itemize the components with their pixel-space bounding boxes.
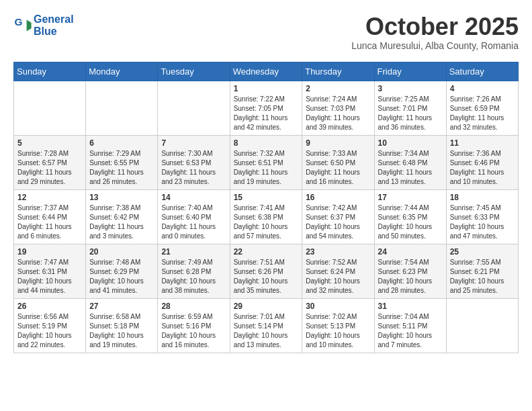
day-info: Sunrise: 7:33 AM Sunset: 6:50 PM Dayligh… — [306, 149, 370, 187]
day-info: Sunrise: 7:54 AM Sunset: 6:23 PM Dayligh… — [378, 258, 443, 295]
calendar-cell: 16Sunrise: 7:42 AM Sunset: 6:37 PM Dayli… — [302, 189, 374, 244]
day-number: 1 — [234, 84, 299, 93]
day-info: Sunrise: 7:55 AM Sunset: 6:21 PM Dayligh… — [450, 258, 515, 295]
day-info: Sunrise: 7:02 AM Sunset: 5:13 PM Dayligh… — [306, 312, 370, 350]
calendar-week-2: 5Sunrise: 7:28 AM Sunset: 6:57 PM Daylig… — [14, 135, 519, 189]
calendar-cell: 4Sunrise: 7:26 AM Sunset: 6:59 PM Daylig… — [446, 81, 518, 135]
calendar-cell — [158, 81, 230, 135]
svg-marker-1 — [27, 19, 32, 31]
calendar-cell: 8Sunrise: 7:32 AM Sunset: 6:51 PM Daylig… — [230, 135, 302, 189]
calendar-cell: 27Sunrise: 6:58 AM Sunset: 5:18 PM Dayli… — [86, 298, 158, 353]
calendar-cell — [86, 81, 158, 135]
day-info: Sunrise: 7:52 AM Sunset: 6:24 PM Dayligh… — [306, 258, 370, 295]
day-number: 16 — [306, 193, 370, 202]
calendar-cell: 6Sunrise: 7:29 AM Sunset: 6:55 PM Daylig… — [86, 135, 158, 189]
day-info: Sunrise: 7:36 AM Sunset: 6:46 PM Dayligh… — [450, 149, 515, 187]
page-header: G General Blue October 2025 Lunca Muresu… — [13, 13, 519, 51]
day-number: 17 — [378, 193, 443, 202]
day-info: Sunrise: 7:45 AM Sunset: 6:33 PM Dayligh… — [450, 203, 515, 241]
weekday-header-tuesday: Tuesday — [158, 62, 230, 81]
day-number: 20 — [89, 247, 154, 257]
day-number: 23 — [306, 247, 370, 257]
logo-text: General Blue — [34, 13, 74, 37]
day-info: Sunrise: 7:47 AM Sunset: 6:31 PM Dayligh… — [17, 258, 82, 295]
weekday-header-monday: Monday — [86, 62, 158, 81]
day-number: 24 — [378, 247, 443, 257]
weekday-header-thursday: Thursday — [302, 62, 374, 81]
day-info: Sunrise: 7:48 AM Sunset: 6:29 PM Dayligh… — [89, 258, 154, 295]
day-info: Sunrise: 7:42 AM Sunset: 6:37 PM Dayligh… — [306, 203, 370, 241]
calendar-cell: 22Sunrise: 7:51 AM Sunset: 6:26 PM Dayli… — [230, 244, 302, 298]
day-number: 3 — [378, 84, 443, 93]
day-info: Sunrise: 6:58 AM Sunset: 5:18 PM Dayligh… — [89, 312, 154, 350]
calendar-cell: 7Sunrise: 7:30 AM Sunset: 6:53 PM Daylig… — [158, 135, 230, 189]
day-info: Sunrise: 7:44 AM Sunset: 6:35 PM Dayligh… — [378, 203, 443, 241]
day-number: 29 — [234, 302, 299, 311]
day-info: Sunrise: 7:29 AM Sunset: 6:55 PM Dayligh… — [89, 149, 154, 187]
calendar-cell — [446, 298, 518, 353]
calendar-cell: 5Sunrise: 7:28 AM Sunset: 6:57 PM Daylig… — [14, 135, 86, 189]
day-number: 8 — [234, 138, 299, 148]
day-info: Sunrise: 7:37 AM Sunset: 6:44 PM Dayligh… — [17, 203, 82, 241]
day-info: Sunrise: 6:59 AM Sunset: 5:16 PM Dayligh… — [161, 312, 226, 350]
svg-text:G: G — [14, 16, 22, 28]
day-number: 31 — [378, 302, 443, 311]
calendar-cell: 9Sunrise: 7:33 AM Sunset: 6:50 PM Daylig… — [302, 135, 374, 189]
day-number: 10 — [378, 138, 443, 148]
day-number: 4 — [450, 84, 515, 93]
calendar-cell: 10Sunrise: 7:34 AM Sunset: 6:48 PM Dayli… — [374, 135, 446, 189]
day-number: 25 — [450, 247, 515, 257]
day-number: 30 — [306, 302, 370, 311]
day-number: 11 — [450, 138, 515, 148]
weekday-header-wednesday: Wednesday — [230, 62, 302, 81]
calendar-cell: 17Sunrise: 7:44 AM Sunset: 6:35 PM Dayli… — [374, 189, 446, 244]
day-info: Sunrise: 7:25 AM Sunset: 7:01 PM Dayligh… — [378, 95, 443, 132]
calendar-cell: 20Sunrise: 7:48 AM Sunset: 6:29 PM Dayli… — [86, 244, 158, 298]
day-number: 15 — [234, 193, 299, 202]
day-number: 19 — [17, 247, 82, 257]
day-number: 5 — [17, 138, 82, 148]
day-number: 22 — [234, 247, 299, 257]
calendar-cell: 31Sunrise: 7:04 AM Sunset: 5:11 PM Dayli… — [374, 298, 446, 353]
day-number: 9 — [306, 138, 370, 148]
calendar-week-3: 12Sunrise: 7:37 AM Sunset: 6:44 PM Dayli… — [14, 189, 519, 244]
calendar-cell: 14Sunrise: 7:40 AM Sunset: 6:40 PM Dayli… — [158, 189, 230, 244]
calendar-table: SundayMondayTuesdayWednesdayThursdayFrid… — [13, 62, 519, 353]
calendar-week-4: 19Sunrise: 7:47 AM Sunset: 6:31 PM Dayli… — [14, 244, 519, 298]
day-info: Sunrise: 7:32 AM Sunset: 6:51 PM Dayligh… — [234, 149, 299, 187]
day-number: 27 — [89, 302, 154, 311]
calendar-cell: 13Sunrise: 7:38 AM Sunset: 6:42 PM Dayli… — [86, 189, 158, 244]
calendar-cell: 29Sunrise: 7:01 AM Sunset: 5:14 PM Dayli… — [230, 298, 302, 353]
day-info: Sunrise: 6:56 AM Sunset: 5:19 PM Dayligh… — [17, 312, 82, 350]
day-info: Sunrise: 7:51 AM Sunset: 6:26 PM Dayligh… — [234, 258, 299, 295]
title-block: October 2025 Lunca Muresului, Alba Count… — [351, 13, 519, 51]
day-number: 6 — [89, 138, 154, 148]
weekday-header-sunday: Sunday — [14, 62, 86, 81]
day-info: Sunrise: 7:01 AM Sunset: 5:14 PM Dayligh… — [234, 312, 299, 350]
calendar-cell: 2Sunrise: 7:24 AM Sunset: 7:03 PM Daylig… — [302, 81, 374, 135]
calendar-cell: 25Sunrise: 7:55 AM Sunset: 6:21 PM Dayli… — [446, 244, 518, 298]
day-info: Sunrise: 7:28 AM Sunset: 6:57 PM Dayligh… — [17, 149, 82, 187]
calendar-cell: 30Sunrise: 7:02 AM Sunset: 5:13 PM Dayli… — [302, 298, 374, 353]
day-info: Sunrise: 7:38 AM Sunset: 6:42 PM Dayligh… — [89, 203, 154, 241]
day-number: 21 — [161, 247, 226, 257]
day-info: Sunrise: 7:26 AM Sunset: 6:59 PM Dayligh… — [450, 95, 515, 132]
day-number: 13 — [89, 193, 154, 202]
day-info: Sunrise: 7:49 AM Sunset: 6:28 PM Dayligh… — [161, 258, 226, 295]
weekday-header-friday: Friday — [374, 62, 446, 81]
day-info: Sunrise: 7:30 AM Sunset: 6:53 PM Dayligh… — [161, 149, 226, 187]
day-number: 7 — [161, 138, 226, 148]
calendar-cell: 23Sunrise: 7:52 AM Sunset: 6:24 PM Dayli… — [302, 244, 374, 298]
calendar-cell: 12Sunrise: 7:37 AM Sunset: 6:44 PM Dayli… — [14, 189, 86, 244]
calendar-week-5: 26Sunrise: 6:56 AM Sunset: 5:19 PM Dayli… — [14, 298, 519, 353]
calendar-header-row: SundayMondayTuesdayWednesdayThursdayFrid… — [14, 62, 519, 81]
calendar-cell: 11Sunrise: 7:36 AM Sunset: 6:46 PM Dayli… — [446, 135, 518, 189]
calendar-cell: 1Sunrise: 7:22 AM Sunset: 7:05 PM Daylig… — [230, 81, 302, 135]
day-info: Sunrise: 7:04 AM Sunset: 5:11 PM Dayligh… — [378, 312, 443, 350]
calendar-cell: 15Sunrise: 7:41 AM Sunset: 6:38 PM Dayli… — [230, 189, 302, 244]
day-number: 2 — [306, 84, 370, 93]
day-number: 12 — [17, 193, 82, 202]
month-title: October 2025 — [351, 13, 519, 40]
day-info: Sunrise: 7:22 AM Sunset: 7:05 PM Dayligh… — [234, 95, 299, 132]
logo: G General Blue — [13, 13, 74, 37]
